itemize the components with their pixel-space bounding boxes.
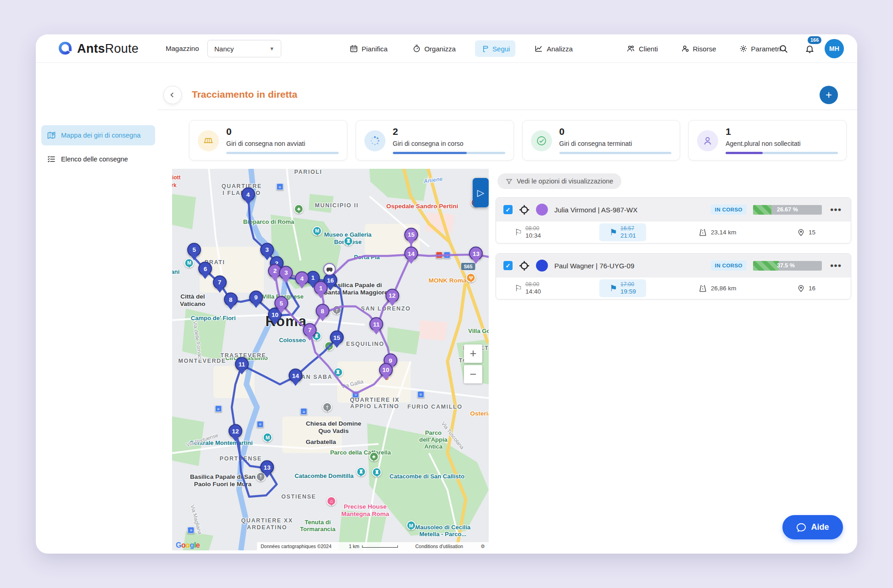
- zoom-out-button[interactable]: −: [464, 365, 482, 383]
- pin-icon: [797, 284, 805, 293]
- search-button[interactable]: [774, 39, 793, 58]
- map-marker-purple-10[interactable]: 10: [379, 363, 393, 377]
- sidebar-item-elenco[interactable]: Elenco delle consegne: [41, 149, 155, 169]
- route-checkbox[interactable]: ✓: [503, 261, 513, 270]
- divider: [157, 110, 857, 110]
- route-checkbox[interactable]: ✓: [503, 205, 513, 214]
- map-copyright: Données cartographiques ©2024: [261, 544, 331, 549]
- map-marker-purple-15[interactable]: 15: [404, 227, 418, 241]
- tab-segui[interactable]: Segui: [475, 40, 515, 57]
- stat-value: 2: [393, 126, 398, 137]
- truck-icon: [198, 130, 219, 151]
- locate-icon[interactable]: [519, 205, 530, 215]
- road-icon: [698, 227, 708, 237]
- stat-label: Agent.plural non sollecitati: [726, 140, 800, 147]
- spinner-icon: [364, 130, 385, 151]
- map-marker-purple-5[interactable]: 5: [274, 296, 288, 310]
- finish-flag-icon: ⚑: [609, 227, 617, 238]
- warehouse-select[interactable]: Nancy ▼: [207, 40, 281, 57]
- map-marker-blue-8[interactable]: 8: [224, 293, 238, 306]
- map-icon: [47, 131, 56, 140]
- route-card-paul: ✓ Paul Wagner | 76-UYG-09 IN CORSO 37.5 …: [496, 253, 851, 300]
- stat-label: Giri di consegna terminati: [559, 140, 632, 147]
- tab-analizza[interactable]: Analizza: [529, 40, 578, 57]
- map-marker-blue-13[interactable]: 13: [260, 460, 274, 474]
- map-marker-purple-12[interactable]: 12: [385, 288, 399, 302]
- display-options-button[interactable]: Vedi le opzioni di visualizzazione: [497, 173, 621, 189]
- end-time-cell: ⚑ 17:00 19:59: [599, 279, 698, 297]
- gear-icon[interactable]: ⚙: [480, 544, 485, 549]
- map-marker-blue-5[interactable]: 5: [187, 243, 201, 256]
- map-terms[interactable]: Conditions d'utilisation: [415, 544, 463, 549]
- map-marker-purple-1[interactable]: 1: [314, 281, 328, 295]
- tab-label: Segui: [492, 45, 510, 53]
- map-marker-blue-14[interactable]: 14: [289, 369, 302, 383]
- sidebar-item-label: Elenco delle consegne: [61, 155, 128, 163]
- scale-label: 1 km: [349, 544, 359, 549]
- page-title: Tracciamento in diretta: [192, 89, 297, 100]
- map-marker-blue-4[interactable]: 4: [241, 188, 255, 201]
- search-icon: [779, 44, 788, 54]
- stat-card-terminati: 0 Giri di consegna terminati: [522, 120, 681, 161]
- stat-card-agenti: 1 Agent.plural non sollecitati: [688, 120, 847, 161]
- stat-value: 0: [559, 126, 565, 137]
- map-routes-layer: [172, 169, 489, 550]
- vehicle-marker[interactable]: [323, 263, 335, 275]
- map-marker-purple-11[interactable]: 11: [369, 317, 383, 331]
- map-marker-purple-4[interactable]: 4: [295, 272, 309, 285]
- expand-icon: ▷: [477, 187, 484, 198]
- notifications-button[interactable]: 166: [800, 39, 819, 58]
- sidebar-item-mappa[interactable]: Mappa dei giri di consegna: [41, 125, 155, 145]
- map-marker-blue-11[interactable]: 11: [235, 357, 249, 371]
- end-time-box: ⚑ 17:00 19:59: [599, 279, 646, 297]
- tab-pianifica[interactable]: Pianifica: [344, 40, 393, 57]
- stat-label: Giri di consegna in corso: [393, 140, 463, 147]
- google-logo: Google: [176, 541, 200, 549]
- nav-risorse[interactable]: Risorse: [675, 40, 722, 57]
- warehouse-select-value: Nancy: [214, 45, 234, 53]
- route-menu-button[interactable]: •••: [828, 260, 843, 271]
- end-time-cell: ⚑ 16:57 21:01: [599, 223, 698, 241]
- stat-progress: [226, 152, 339, 154]
- map-marker-blue-7[interactable]: 7: [213, 275, 227, 289]
- map-marker-purple-7[interactable]: 7: [303, 323, 317, 337]
- end-planned: 16:57: [620, 226, 636, 232]
- map-canvas[interactable]: ▷ + − Google Données cartographiques ©20…: [172, 169, 489, 550]
- map-marker-blue-6[interactable]: 6: [198, 262, 212, 276]
- locate-icon[interactable]: [519, 261, 530, 271]
- zoom-in-button[interactable]: +: [464, 344, 482, 363]
- map-zoom-controls: + −: [464, 344, 482, 386]
- expand-panel-button[interactable]: ▷: [473, 178, 489, 207]
- map-marker-blue-9[interactable]: 9: [249, 290, 263, 304]
- filter-icon: [506, 178, 513, 185]
- route-name: Paul Wagner | 76-UYG-09: [554, 262, 704, 270]
- logo-text: AntsRoute: [77, 42, 139, 56]
- map-marker-blue-3[interactable]: 3: [260, 243, 274, 256]
- route-card-julia: ✓ Julia Virmond | AS-987-WX IN CORSO 26.…: [496, 197, 851, 244]
- map-marker-purple-13[interactable]: 13: [469, 247, 483, 261]
- tab-organizza[interactable]: Organizza: [407, 40, 461, 57]
- user-avatar[interactable]: MH: [825, 39, 844, 58]
- map-marker-purple-8[interactable]: 8: [316, 304, 329, 318]
- route-card-header: ✓ Julia Virmond | AS-987-WX IN CORSO 26.…: [496, 198, 851, 222]
- route-card-details: ⚐ 08:00 10:34 ⚑ 16:57 21:01 23,1: [496, 222, 851, 243]
- add-button[interactable]: +: [820, 86, 838, 104]
- map-marker-purple-14[interactable]: 14: [404, 247, 418, 261]
- nav-clienti[interactable]: Clienti: [621, 40, 664, 57]
- help-button[interactable]: Aide: [782, 515, 843, 539]
- route-menu-button[interactable]: •••: [828, 204, 843, 215]
- map-marker-blue-15[interactable]: 15: [330, 331, 344, 344]
- map-marker-blue-12[interactable]: 12: [229, 424, 242, 438]
- map-scalebar: 1 km: [349, 544, 398, 549]
- route-progress-label: 26.67 %: [777, 205, 798, 215]
- map-attribution: Données cartographiques ©2024 1 km Condi…: [257, 542, 489, 550]
- map-marker-purple-3[interactable]: 3: [279, 266, 293, 279]
- route-progressbar: 37.5 %: [753, 261, 822, 271]
- antsroute-logo[interactable]: AntsRoute: [57, 34, 139, 63]
- route-card-details: ⚐ 08:00 14:40 ⚑ 17:00 19:59 26,8: [496, 277, 851, 299]
- start-actual: 14:40: [525, 288, 541, 295]
- nav-label: Clienti: [639, 45, 658, 53]
- driver-avatar: [536, 204, 548, 216]
- secondary-nav: Clienti Risorse Parametri: [621, 34, 787, 63]
- back-button[interactable]: [163, 86, 182, 104]
